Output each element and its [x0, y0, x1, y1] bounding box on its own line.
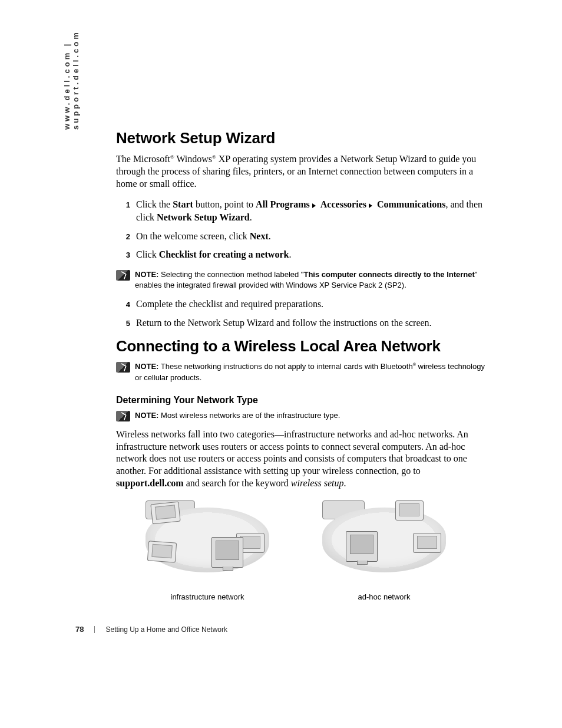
arrow-icon: [369, 203, 372, 208]
section-heading-network-setup: Network Setup Wizard: [116, 129, 487, 147]
text: Return to the Network Setup Wizard and f…: [136, 317, 487, 330]
note-bluetooth: NOTE: These networking instructions do n…: [116, 361, 487, 383]
bold: Checklist for creating a network: [159, 249, 289, 259]
network-figures: infrastructure network ad-hoc network: [146, 500, 487, 601]
step-number: 1: [116, 200, 130, 210]
text: Complete the checklist and required prep…: [136, 298, 487, 311]
italic: wireless setup: [291, 478, 344, 488]
bold: Communications: [377, 199, 445, 209]
text: These networking instructions do not app…: [158, 362, 412, 371]
registered-mark: ®: [212, 154, 216, 160]
step-2: 2 On the welcome screen, click Next.: [116, 230, 487, 243]
step-number: 4: [116, 299, 130, 310]
side-url-text: www.dell.com | support.dell.com: [62, 0, 80, 130]
text: Click the: [136, 199, 173, 209]
step-3: 3 Click Checklist for creating a network…: [116, 248, 487, 261]
arrow-icon: [312, 203, 316, 208]
text: Wireless networks fall into two categori…: [116, 429, 468, 476]
adhoc-diagram: [322, 500, 446, 589]
intro-paragraph: The Microsoft® Windows® XP operating sys…: [116, 153, 487, 190]
text: The Microsoft: [116, 154, 170, 164]
text: .: [250, 212, 252, 222]
figure-adhoc: ad-hoc network: [322, 500, 446, 601]
note-label: NOTE:: [135, 362, 158, 371]
laptop-icon: [395, 500, 424, 521]
laptop-icon: [147, 541, 177, 562]
laptop-icon: [413, 533, 441, 553]
text: Windows: [174, 154, 212, 164]
step-4: 4 Complete the checklist and required pr…: [116, 298, 487, 311]
note-icon: [116, 411, 130, 421]
figure-caption: infrastructure network: [171, 592, 244, 601]
text: Most wireless networks are of the infras…: [158, 411, 340, 420]
text: Selecting the connection method labeled …: [158, 270, 303, 279]
text: button, point to: [193, 199, 256, 209]
note-label: NOTE:: [135, 270, 158, 279]
page-content: Network Setup Wizard The Microsoft® Wind…: [116, 129, 487, 601]
text: .: [343, 478, 346, 488]
text: On the welcome screen, click: [136, 231, 250, 241]
text: and search for the keyword: [184, 478, 291, 488]
page-footer: 78 Setting Up a Home and Office Network: [75, 625, 227, 634]
text: .: [269, 231, 271, 241]
note-icon: [116, 270, 130, 281]
text: Click: [136, 249, 159, 259]
step-number: 3: [116, 250, 130, 261]
bold: All Programs: [256, 199, 310, 209]
desktop-icon: [346, 531, 378, 562]
bold: Network Setup Wizard: [157, 212, 250, 222]
note-icon: [116, 362, 130, 373]
registered-mark: ®: [170, 154, 174, 160]
note-connection-method: NOTE: Selecting the connection method la…: [116, 269, 487, 291]
wireless-paragraph: Wireless networks fall into two categori…: [116, 429, 487, 490]
bold: Accessories: [320, 199, 366, 209]
steps-list: 1 Click the Start button, point to All P…: [116, 198, 487, 261]
bold: This computer connects directly to the I…: [303, 270, 474, 279]
note-infra-type: NOTE: Most wireless networks are of the …: [116, 410, 487, 421]
text: .: [289, 249, 291, 259]
step-number: 2: [116, 232, 130, 242]
figure-infrastructure: infrastructure network: [146, 500, 269, 601]
steps-list-cont: 4 Complete the checklist and required pr…: [116, 298, 487, 329]
bold: Next: [250, 231, 269, 241]
bold: Start: [173, 199, 193, 209]
desktop-icon: [211, 537, 243, 568]
section-heading-wireless: Connecting to a Wireless Local Area Netw…: [116, 337, 487, 355]
laptop-icon: [150, 501, 180, 524]
bold: support.dell.com: [116, 478, 184, 488]
step-5: 5 Return to the Network Setup Wizard and…: [116, 317, 487, 330]
infrastructure-diagram: [146, 500, 269, 589]
footer-separator: [94, 626, 95, 633]
footer-title: Setting Up a Home and Office Network: [105, 625, 227, 634]
subsection-network-type: Determining Your Network Type: [116, 395, 487, 406]
page-number: 78: [75, 625, 84, 634]
step-1: 1 Click the Start button, point to All P…: [116, 198, 487, 223]
note-label: NOTE:: [135, 411, 158, 420]
figure-caption: ad-hoc network: [358, 592, 411, 601]
step-number: 5: [116, 318, 130, 329]
